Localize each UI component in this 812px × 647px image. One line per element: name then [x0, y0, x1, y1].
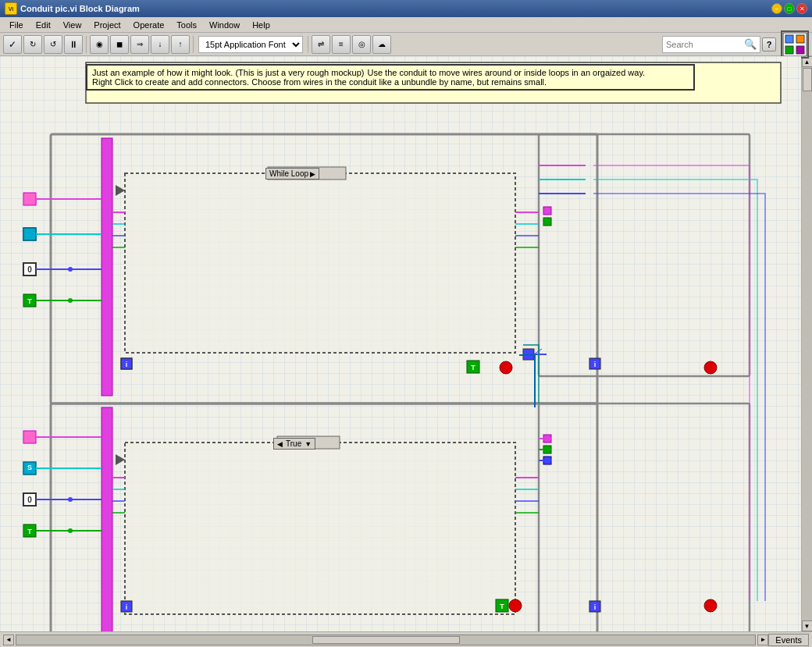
svg-rect-9: [539, 134, 750, 376]
svg-rect-6: [51, 134, 597, 403]
svg-text:T: T: [471, 364, 475, 371]
scroll-down-button[interactable]: ▼: [802, 620, 813, 631]
menubar: FileEditViewProjectOperateToolsWindowHel…: [0, 17, 812, 33]
svg-rect-2: [796, 35, 804, 43]
run-button[interactable]: ✓: [3, 35, 22, 54]
block-diagram-canvas[interactable]: 0 T i: [0, 56, 801, 631]
hscroll-thumb[interactable]: [312, 636, 460, 644]
svg-rect-51: [23, 431, 36, 443]
app-icon: VI: [5, 2, 17, 15]
step-into-button[interactable]: ↓: [151, 35, 169, 54]
svg-rect-56: [23, 524, 36, 537]
statusbar: ◄ ► Events: [0, 631, 812, 647]
minimize-button[interactable]: −: [771, 3, 782, 14]
distribute-button[interactable]: ≡: [332, 35, 351, 54]
case-dropdown[interactable]: ▼: [304, 440, 312, 448]
retain-wire-button[interactable]: ◼: [110, 35, 129, 54]
menu-item-file[interactable]: File: [3, 19, 30, 31]
wiring-overlay: 0 T i: [0, 56, 801, 631]
svg-rect-50: [102, 407, 112, 631]
horizontal-scrollbar[interactable]: [16, 635, 756, 645]
search-box: 🔍: [662, 36, 760, 53]
window-title: Conduit pic.vi Block Diagram: [20, 4, 771, 13]
svg-line-36: [534, 349, 542, 354]
svg-marker-81: [116, 454, 125, 465]
svg-rect-40: [543, 160, 554, 203]
svg-text:S: S: [27, 464, 32, 471]
menu-item-help[interactable]: Help: [246, 19, 276, 31]
svg-text:0: 0: [27, 265, 32, 274]
menu-item-tools[interactable]: Tools: [170, 19, 203, 31]
while-loop-arrow: ▶: [310, 170, 315, 178]
main-area: 0 T i: [0, 56, 812, 631]
run-continuously-button[interactable]: ↻: [23, 35, 42, 54]
svg-point-22: [68, 267, 73, 272]
svg-rect-31: [467, 361, 479, 373]
separator-1: [86, 36, 87, 53]
toolbar: ✓ ↻ ↺ ⏸ ◉ ◼ ⇒ ↓ ↑ 15pt Application Font …: [0, 33, 812, 56]
align-button[interactable]: ⇌: [312, 35, 330, 54]
scroll-thumb[interactable]: [803, 68, 812, 91]
menu-item-view[interactable]: View: [57, 19, 88, 31]
window-controls: − □ ✕: [771, 3, 807, 14]
svg-rect-12: [23, 228, 36, 240]
abort-button[interactable]: ↺: [44, 35, 62, 54]
svg-rect-27: [121, 358, 132, 369]
svg-rect-1: [785, 35, 793, 43]
svg-rect-72: [543, 446, 551, 453]
svg-text:i: i: [126, 603, 128, 611]
svg-rect-68: [496, 599, 508, 612]
reorder-button[interactable]: ☁: [372, 35, 391, 54]
case-arrow-left: ◀: [277, 440, 283, 448]
svg-rect-41: [543, 207, 551, 215]
highlight-button[interactable]: ◉: [90, 35, 109, 54]
menu-item-edit[interactable]: Edit: [30, 19, 57, 31]
svg-text:i: i: [126, 361, 128, 368]
svg-text:T: T: [27, 528, 32, 535]
scroll-left-button[interactable]: ◄: [3, 635, 14, 645]
svg-rect-14: [23, 263, 36, 276]
pause-button[interactable]: ⏸: [64, 35, 83, 54]
svg-text:T: T: [27, 297, 32, 305]
maximize-button[interactable]: □: [784, 3, 795, 14]
scroll-right-button[interactable]: ►: [757, 635, 768, 645]
svg-point-61: [68, 497, 73, 502]
events-button[interactable]: Events: [768, 634, 809, 646]
svg-text:0: 0: [27, 496, 32, 504]
svg-rect-13: [23, 228, 36, 240]
svg-rect-77: [589, 601, 600, 612]
step-out-button[interactable]: ↑: [171, 35, 190, 54]
svg-rect-42: [543, 218, 551, 226]
svg-rect-4: [796, 46, 804, 54]
titlebar: VI Conduit pic.vi Block Diagram − □ ✕: [0, 0, 812, 17]
scroll-track[interactable]: [802, 67, 813, 620]
svg-point-25: [68, 298, 73, 303]
vertical-scrollbar[interactable]: ▲ ▼: [801, 56, 812, 631]
svg-rect-16: [23, 294, 36, 307]
svg-point-64: [68, 528, 73, 533]
menu-item-project[interactable]: Project: [87, 19, 126, 31]
resize-button[interactable]: ◎: [352, 35, 371, 54]
menu-item-window[interactable]: Window: [203, 19, 246, 31]
svg-rect-49: [539, 403, 750, 631]
menu-item-operate[interactable]: Operate: [127, 19, 171, 31]
search-input[interactable]: [666, 40, 744, 49]
svg-rect-34: [523, 349, 534, 360]
svg-text:i: i: [594, 603, 597, 611]
svg-rect-7: [125, 173, 515, 353]
step-over-button[interactable]: ⇒: [130, 35, 149, 54]
svg-point-79: [704, 599, 717, 612]
while-loop-label: While Loop ▶: [265, 168, 319, 180]
help-button[interactable]: ?: [762, 37, 776, 52]
svg-rect-29: [121, 358, 132, 369]
svg-rect-73: [543, 457, 551, 464]
close-button[interactable]: ✕: [796, 3, 807, 14]
font-selector[interactable]: 15pt Application Font: [198, 36, 303, 53]
svg-rect-52: [23, 462, 36, 475]
svg-text:T: T: [500, 603, 504, 610]
svg-marker-80: [116, 185, 125, 196]
svg-rect-46: [51, 403, 597, 631]
svg-rect-71: [543, 435, 551, 443]
search-icon: 🔍: [744, 38, 757, 50]
info-box: Just an example of how it might look. (T…: [86, 64, 695, 91]
